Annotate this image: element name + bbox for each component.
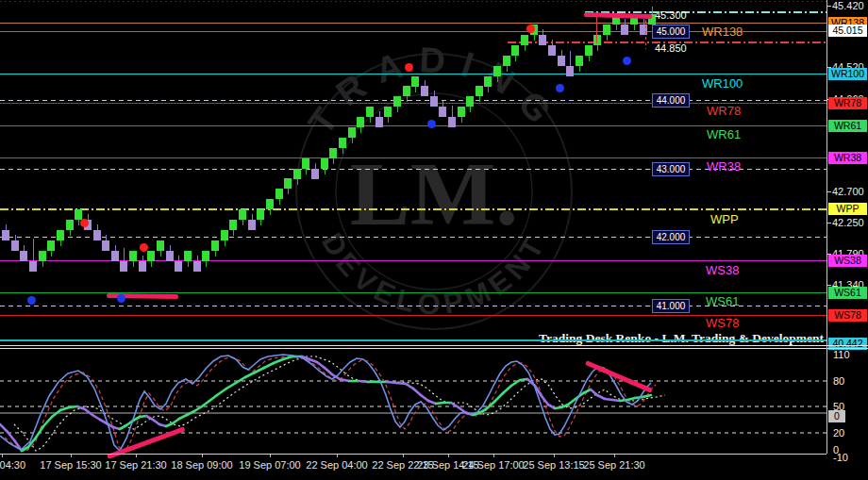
osc-scale-label: -10 [833, 453, 848, 463]
time-axis[interactable]: Sep 04:3017 Sep 15:3017 Sep 21:3018 Sep … [0, 454, 868, 480]
renko-wick [525, 45, 526, 51]
renko-wick [561, 50, 562, 56]
renko-wick [233, 230, 234, 236]
price-level-box-round-45[interactable]: 45.000 [652, 25, 690, 39]
renko-wick [552, 40, 553, 45]
renko-wick [442, 101, 443, 107]
renko-brick-up [393, 96, 401, 107]
renko-brick-up [403, 86, 410, 96]
renko-brick-down [430, 96, 438, 107]
renko-wick [415, 87, 416, 92]
renko-brick-up [384, 107, 392, 117]
renko-wick [570, 51, 571, 66]
osc-main-line-seg [36, 426, 43, 438]
renko-wick [515, 56, 516, 61]
renko-wick [634, 25, 635, 30]
price-level-box-round-41[interactable]: 41.000 [652, 299, 690, 313]
renko-wick [352, 138, 353, 143]
osc-main-line-seg [69, 406, 77, 407]
osc-main-line-seg [643, 395, 651, 397]
renko-brick-up [202, 251, 209, 261]
price-level-box-round-44[interactable]: 44.000 [652, 93, 690, 108]
renko-brick-up [357, 117, 364, 127]
level-line-WPP [0, 208, 826, 210]
renko-wick [24, 245, 25, 251]
renko-brick-up [257, 209, 264, 220]
renko-wick [60, 240, 61, 246]
osc-main-line-seg [317, 362, 325, 368]
sell-signal-dot [80, 219, 89, 227]
renko-brick-up [411, 76, 419, 87]
renko-wick [15, 235, 16, 240]
level-line-WR61 [0, 125, 826, 126]
renko-wick [151, 261, 152, 267]
current-bar-mark [645, 14, 646, 49]
price-level-box-round-43[interactable]: 43.000 [652, 162, 690, 176]
sell-signal-dot [526, 25, 535, 33]
renko-brick-up [129, 251, 137, 261]
time-axis-label: 24 Sep 17:00 [462, 459, 524, 471]
price-level-box-round-42[interactable]: 42.000 [652, 230, 690, 244]
renko-brick-up [493, 66, 501, 76]
renko-wick [106, 235, 107, 240]
osc-main-line-seg [503, 386, 511, 393]
osc-main-line-seg [542, 396, 548, 405]
renko-wick [51, 251, 52, 257]
panel-divider-bottom[interactable] [0, 348, 868, 349]
osc-main-line-seg [187, 411, 194, 415]
time-axis-label: 25 Sep 21:30 [583, 459, 644, 471]
renko-brick-up [576, 56, 583, 66]
osc-main-line-seg [209, 395, 217, 401]
plot-right-border [826, 0, 827, 454]
osc-main-line-seg [179, 415, 187, 419]
renko-brick-up [585, 45, 593, 56]
level-line-WR138 [0, 23, 826, 24]
renko-brick-up [521, 35, 528, 45]
renko-brick-down [120, 261, 127, 272]
renko-wick [306, 169, 307, 174]
renko-wick [643, 19, 644, 25]
osc-red-dash-line [5, 356, 656, 453]
level-line-WS78 [0, 315, 826, 316]
osc-main-line-seg [0, 424, 8, 432]
renko-wick [242, 220, 243, 225]
renko-wick [370, 117, 371, 123]
renko-wick [42, 261, 43, 267]
level-line-round-43 [0, 169, 826, 170]
panel-divider-top[interactable] [0, 345, 868, 346]
renko-brick-up [47, 240, 55, 251]
oscillator-bottom-border [0, 454, 826, 455]
main-chart-area[interactable]: TRADINGDEVELOPMENTLM.45.300WR13845.00044… [0, 0, 826, 339]
renko-wick [579, 66, 580, 72]
renko-wick [215, 251, 216, 257]
renko-brick-up [466, 96, 474, 107]
renko-brick-up [302, 158, 309, 169]
buy-signal-dot [427, 120, 436, 128]
osc-scale-label: 20 [833, 428, 844, 439]
renko-wick [425, 80, 426, 86]
renko-wick [225, 240, 225, 246]
renko-wick [597, 45, 598, 51]
price-badge-WS78: WS78 [828, 309, 867, 322]
renko-brick-up [348, 127, 356, 138]
scale-tick-mark [827, 6, 831, 7]
osc-main-line-seg [226, 383, 236, 389]
osc-main-line-seg [43, 417, 52, 426]
buy-signal-dot [27, 296, 36, 305]
renko-brick-down [193, 261, 201, 272]
renko-wick [325, 169, 326, 174]
renko-wick [160, 251, 161, 257]
osc-main-line-seg [245, 372, 255, 377]
sell-signal-dot [140, 243, 148, 252]
time-axis-label: 22 Sep 04:00 [306, 459, 367, 471]
renko-wick [297, 179, 298, 185]
time-axis-label: 19 Sep 07:00 [239, 459, 300, 471]
oscillator-panel[interactable] [0, 352, 826, 454]
osc-main-line-seg [583, 389, 591, 393]
renko-wick [625, 19, 626, 25]
renko-wick [288, 189, 289, 194]
renko-wick [388, 117, 389, 123]
renko-wick [315, 163, 316, 169]
renko-brick-up [266, 199, 274, 209]
renko-wick [616, 25, 617, 30]
